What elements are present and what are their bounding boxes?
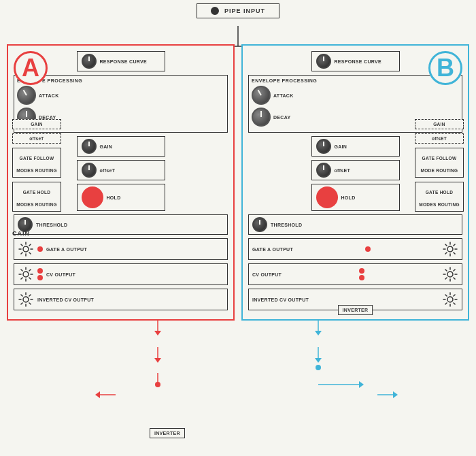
- panel-a-gate-gear-icon: [18, 241, 34, 257]
- panel-b-gain-center-box: GAIN: [311, 136, 400, 157]
- panel-a-gate-hold-label: GATE HOLDMODES ROUTING: [16, 190, 57, 207]
- panel-a-gain-left-box: GAIN: [12, 119, 61, 129]
- panel-b-offset-right-box: offsET: [415, 133, 464, 144]
- panel-a: A RESPONSE CURVE ENVELOPE PROCESSING ATT…: [7, 44, 235, 321]
- panel-b-gate-follow-box: GATE FOLLOWMODE ROUTING: [415, 148, 464, 178]
- panel-a-offset-left-box: offseT: [12, 133, 61, 144]
- panel-b-decay-label: DECAY: [273, 115, 290, 120]
- svg-marker-21: [154, 331, 161, 336]
- panel-b-inv-gear-icon: [442, 291, 458, 308]
- panels-row: A RESPONSE CURVE ENVELOPE PROCESSING ATT…: [7, 44, 469, 321]
- panel-b-response-curve-box: RESPONSE CURVE: [311, 51, 400, 71]
- panel-b-inverter-label: INVERTER: [343, 308, 369, 312]
- panel-a-offset-center-label: offseT: [100, 168, 116, 173]
- panel-b: B RESPONSE CURVE ENVELOPE PROCESSING ATT…: [241, 44, 469, 321]
- panel-b-offset-center-label: offsET: [335, 168, 351, 173]
- svg-marker-38: [95, 391, 100, 398]
- panel-b-gate-hold-box: GATE HOLDMODES ROUTING: [415, 182, 464, 212]
- panel-b-cv-gear-icon: [442, 266, 458, 282]
- panel-a-gain-center-knob[interactable]: [82, 139, 97, 154]
- svg-point-73: [316, 365, 321, 370]
- pipe-input-box: PIPE INPUT: [197, 3, 279, 18]
- panel-b-gain-center-knob[interactable]: [316, 139, 331, 154]
- panel-a-left-col: GAIN offseT GATE FOLLOWMODES ROUTING GAT…: [12, 119, 61, 212]
- panel-b-cv-dot-1: [359, 268, 364, 274]
- panel-a-response-curve-box: RESPONSE CURVE: [77, 51, 165, 71]
- panel-b-cv-dot-2: [359, 275, 364, 280]
- svg-marker-70: [359, 381, 364, 388]
- panel-a-gate-follow-box: GATE FOLLOWMODES ROUTING: [12, 148, 61, 178]
- panel-b-offset-center-box: offsET: [311, 160, 400, 180]
- panel-b-hold-center-label: HOLD: [341, 195, 356, 200]
- panel-b-letter: B: [428, 51, 462, 85]
- panel-a-inverter-box: INVERTER: [150, 428, 185, 438]
- panel-a-cain-label: CAIN: [12, 230, 30, 237]
- panel-a-offset-center-box: offseT: [77, 160, 165, 180]
- panel-b-gate-output-label: GATE A OUTPUT: [252, 247, 293, 252]
- panel-a-inverter-label: INVERTER: [154, 431, 180, 436]
- svg-point-77: [447, 246, 453, 252]
- panel-b-threshold-knob[interactable]: [252, 217, 267, 232]
- panel-b-right-col: GAIN offsET GATE FOLLOWMODE ROUTING GATE…: [415, 119, 464, 212]
- svg-marker-72: [393, 391, 398, 398]
- panel-a-gain-left-label: GAIN: [31, 122, 42, 127]
- svg-point-76: [23, 297, 29, 302]
- main-container: PIPE INPUT: [0, 0, 476, 456]
- panel-b-offset-right-label: offsET: [432, 136, 447, 141]
- svg-marker-58: [315, 358, 322, 363]
- panel-b-gate-output-row: GATE A OUTPUT: [248, 238, 462, 260]
- panel-a-cv-dot-1: [37, 268, 43, 274]
- panel-a-response-curve-label: RESPONSE CURVE: [100, 59, 147, 64]
- panel-a-gate-output-row: GATE A OUTPUT: [14, 238, 228, 260]
- panel-a-offset-center-knob[interactable]: [82, 163, 97, 178]
- panel-b-attack-row: ATTACK: [252, 86, 459, 105]
- panel-a-gate-hold-box: GATE HOLDMODES ROUTING: [12, 182, 61, 212]
- panel-a-cain-label-container: CAIN: [12, 226, 30, 238]
- panel-a-gate-dot: [37, 246, 43, 252]
- panel-a-threshold-label: THRESHOLD: [36, 223, 67, 227]
- panel-a-response-curve-knob[interactable]: [82, 54, 97, 69]
- panel-a-attack-row: ATTACK: [17, 86, 224, 105]
- panel-b-offset-center-knob[interactable]: [316, 163, 331, 178]
- panel-b-gain-right-box: GAIN: [415, 119, 464, 129]
- pipe-input-section: PIPE INPUT: [197, 3, 279, 18]
- panel-a-hold-center-box: HOLD: [77, 184, 165, 211]
- panel-b-attack-label: ATTACK: [273, 93, 294, 98]
- panel-a-threshold-row: THRESHOLD: [14, 214, 228, 235]
- panel-b-response-curve-label: RESPONSE CURVE: [335, 59, 381, 64]
- panel-b-response-curve-knob[interactable]: [316, 54, 331, 69]
- panel-a-gate-output-label: GATE A OUTPUT: [46, 247, 87, 252]
- panel-b-gate-hold-label: GATE HOLDMODES ROUTING: [419, 190, 460, 207]
- panel-b-cv-output-row: CV OUTPUT: [248, 263, 462, 285]
- panel-b-inverter-container: INVERTER: [338, 305, 373, 315]
- panel-b-inv-cv-label: INVERTED CV OUTPUT: [252, 297, 309, 302]
- panel-a-inverter-box-outer: INVERTER: [150, 428, 185, 438]
- panel-a-inv-gear-icon: [18, 291, 34, 308]
- svg-point-79: [447, 297, 453, 302]
- panel-b-decay-knob[interactable]: [252, 108, 271, 127]
- svg-point-40: [155, 382, 160, 387]
- panel-b-gain-center-label: GAIN: [335, 144, 347, 149]
- panel-b-gain-right-label: GAIN: [433, 122, 445, 127]
- panel-b-attack-knob[interactable]: [252, 86, 271, 105]
- panel-a-offset-left-label: offseT: [29, 136, 44, 141]
- panel-b-gate-gear-icon: [442, 241, 458, 257]
- panel-a-gain-center-box: GAIN: [77, 136, 165, 157]
- svg-marker-56: [315, 331, 322, 336]
- panel-b-inverter-box: INVERTER: [338, 305, 373, 315]
- panel-b-hold-center-box: HOLD: [311, 184, 400, 211]
- svg-point-74: [23, 246, 29, 252]
- panel-a-hold-circle: [82, 186, 103, 208]
- panel-a-cv-gear-icon: [18, 266, 34, 282]
- panel-a-attack-knob[interactable]: [17, 86, 36, 105]
- panel-a-cv-output-row: CV OUTPUT: [14, 263, 228, 285]
- svg-point-75: [23, 272, 29, 277]
- panel-a-cv-dot-2: [37, 275, 43, 280]
- panel-a-cv-output-label: CV OUTPUT: [46, 272, 75, 277]
- panel-b-threshold-row: THRESHOLD: [248, 214, 462, 235]
- panel-a-attack-label: ATTACK: [39, 93, 59, 98]
- panel-b-gate-dot: [365, 246, 371, 252]
- pipe-input-label: PIPE INPUT: [224, 7, 265, 14]
- panel-a-gate-follow-label: GATE FOLLOWMODES ROUTING: [16, 156, 57, 173]
- panel-a-envelope-title: ENVELOPE PROCESSING: [17, 78, 224, 83]
